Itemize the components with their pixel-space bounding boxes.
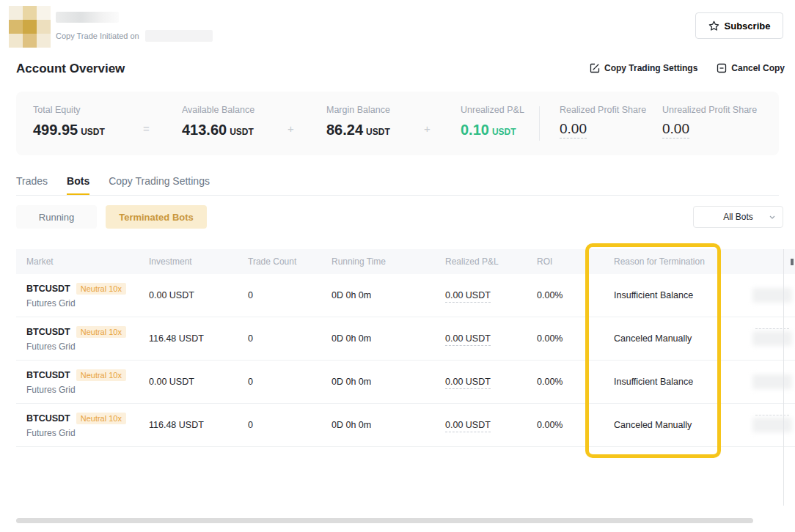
leverage-badge: Neutral 10x — [76, 413, 126, 424]
available-balance-label: Available Balance — [182, 105, 254, 115]
margin-balance-label: Margin Balance — [326, 105, 390, 115]
copy-trading-settings-button[interactable]: Copy Trading Settings — [590, 63, 697, 73]
market-cell: BTCUSDTNeutral 10x Futures Grid — [26, 413, 149, 438]
strategy-type: Futures Grid — [26, 298, 149, 309]
blurred-action-underline — [755, 328, 789, 329]
star-icon — [708, 21, 719, 32]
action-cell — [753, 361, 795, 403]
margin-balance-value: 86.24 — [326, 122, 363, 138]
reason-cell: Insufficient Balance — [614, 290, 753, 300]
cancel-copy-label: Cancel Copy — [731, 63, 785, 73]
terminated-bots-filter-button[interactable]: Terminated Bots — [106, 205, 207, 229]
trade-count-cell: 0 — [248, 420, 331, 430]
col-reason-for-termination: Reason for Termination — [614, 256, 753, 267]
cancel-copy-button[interactable]: Cancel Copy — [717, 63, 785, 73]
subscribe-label: Subscribe — [725, 21, 771, 32]
equals-operator: = — [143, 122, 150, 135]
available-balance-value: 413.60 — [182, 122, 227, 138]
running-time-cell: 0D 0h 0m — [331, 377, 445, 387]
copy-trading-settings-label: Copy Trading Settings — [604, 63, 697, 73]
realized-profit-share-value: 0.00 — [560, 121, 587, 138]
market-symbol: BTCUSDT — [26, 284, 70, 294]
page-title: Account Overview — [16, 62, 125, 76]
terminated-bots-table: Market Investment Trade Count Running Ti… — [16, 249, 795, 447]
unrealized-profit-share-label: Unrealized Profit Share — [662, 105, 757, 115]
blurred-action[interactable] — [752, 288, 792, 303]
realized-pnl-cell: 0.00 USDT — [445, 420, 537, 430]
table-header-row: Market Investment Trade Count Running Ti… — [16, 249, 795, 274]
realized-profit-share-stat: Realized Profit Share 0.00 — [560, 92, 646, 118]
pinned-column-divider — [783, 249, 784, 506]
col-trade-count: Trade Count — [248, 256, 331, 267]
blurred-action[interactable] — [752, 331, 792, 346]
market-cell: BTCUSDTNeutral 10x Futures Grid — [26, 326, 149, 352]
table-row[interactable]: BTCUSDTNeutral 10x Futures Grid 0.00 USD… — [16, 361, 795, 404]
roi-cell: 0.00% — [537, 420, 614, 430]
trade-count-cell: 0 — [248, 333, 331, 344]
stats-divider — [539, 106, 540, 141]
investment-cell: 116.48 USDT — [149, 420, 248, 430]
total-equity-value: 499.95 — [33, 122, 78, 138]
tabs-divider — [16, 195, 779, 196]
market-cell: BTCUSDTNeutral 10x Futures Grid — [26, 283, 149, 309]
market-symbol: BTCUSDT — [26, 327, 70, 337]
unrealized-pnl-stat: Unrealized P&L 0.10USDT — [461, 92, 524, 119]
action-cell — [753, 317, 795, 360]
total-equity-label: Total Equity — [33, 105, 105, 115]
unrealized-profit-share-stat: Unrealized Profit Share 0.00 — [662, 92, 757, 118]
running-time-cell: 0D 0h 0m — [331, 420, 445, 430]
investment-cell: 0.00 USDT — [149, 290, 248, 300]
total-equity-unit: USDT — [81, 127, 105, 137]
running-filter-button[interactable]: Running — [16, 205, 97, 229]
investment-cell: 0.00 USDT — [149, 377, 248, 387]
market-cell: BTCUSDTNeutral 10x Futures Grid — [26, 369, 149, 395]
copy-trade-initiated-label: Copy Trade Initiated on — [56, 32, 139, 40]
initiated-date-blurred — [145, 30, 213, 42]
tab-bots[interactable]: Bots — [67, 175, 89, 196]
table-row[interactable]: BTCUSDTNeutral 10x Futures Grid 116.48 U… — [16, 317, 795, 361]
unrealized-profit-share-value: 0.00 — [662, 121, 689, 138]
col-realized-pnl: Realized P&L — [445, 256, 537, 267]
bot-type-dropdown[interactable]: All Bots — [693, 206, 783, 228]
blurred-action-underline — [755, 415, 789, 415]
blurred-action[interactable] — [752, 374, 792, 389]
trader-avatar — [9, 6, 51, 48]
realized-pnl-cell: 0.00 USDT — [445, 333, 537, 344]
realized-pnl-cell: 0.00 USDT — [445, 290, 537, 300]
strategy-type: Futures Grid — [26, 385, 149, 395]
market-symbol: BTCUSDT — [26, 413, 70, 424]
col-investment: Investment — [149, 256, 248, 267]
strategy-type: Futures Grid — [26, 341, 149, 352]
clipped-column-fragment — [791, 259, 794, 265]
action-cell — [753, 404, 795, 446]
trader-name-blurred — [56, 12, 119, 23]
leverage-badge: Neutral 10x — [76, 283, 126, 295]
table-row[interactable]: BTCUSDTNeutral 10x Futures Grid 116.48 U… — [16, 404, 795, 447]
realized-profit-share-label: Realized Profit Share — [560, 105, 646, 115]
subscribe-button[interactable]: Subscribe — [695, 12, 783, 39]
running-time-cell: 0D 0h 0m — [331, 333, 445, 344]
leverage-badge: Neutral 10x — [76, 369, 126, 381]
tab-copy-trading-settings[interactable]: Copy Trading Settings — [109, 175, 210, 196]
tab-trades[interactable]: Trades — [16, 175, 48, 196]
market-symbol: BTCUSDT — [26, 370, 70, 380]
table-row[interactable]: BTCUSDTNeutral 10x Futures Grid 0.00 USD… — [16, 274, 795, 317]
roi-cell: 0.00% — [537, 377, 614, 387]
account-stats-bar: Total Equity 499.95USDT = Available Bala… — [16, 92, 779, 155]
roi-cell: 0.00% — [537, 333, 614, 344]
reason-cell: Canceled Manually — [614, 420, 753, 430]
total-equity-stat: Total Equity 499.95USDT — [33, 92, 105, 119]
col-roi: ROI — [537, 256, 614, 267]
bot-type-dropdown-value: All Bots — [723, 212, 753, 222]
unrealized-pnl-unit: USDT — [492, 127, 516, 137]
horizontal-scrollbar[interactable] — [16, 518, 753, 523]
trade-count-cell: 0 — [248, 290, 331, 300]
strategy-type: Futures Grid — [26, 428, 149, 438]
pencil-square-icon — [590, 63, 600, 73]
chevron-down-icon — [769, 215, 775, 219]
roi-cell: 0.00% — [537, 290, 614, 300]
plus-operator: + — [287, 122, 294, 135]
available-balance-stat: Available Balance 413.60USDT — [182, 92, 254, 119]
action-cell — [753, 274, 795, 317]
blurred-action[interactable] — [752, 418, 792, 432]
